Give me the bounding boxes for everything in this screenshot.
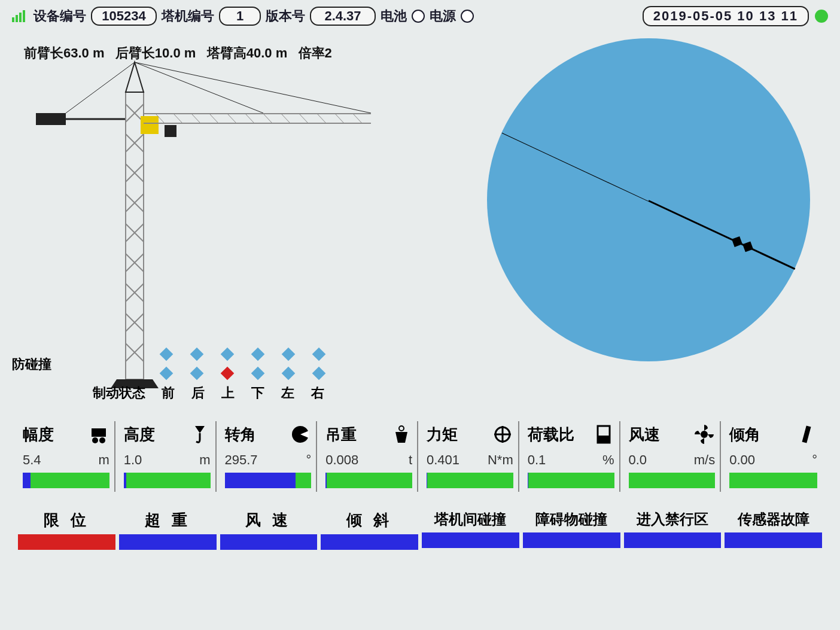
svg-line-5 (135, 62, 263, 113)
brake-led-下-2 (251, 367, 265, 381)
svg-line-19 (335, 114, 344, 123)
metric-unit: m (98, 452, 109, 468)
metric-bar (325, 473, 412, 488)
metric-value: 0.401 (427, 452, 459, 468)
metric-bar (225, 473, 312, 488)
power-label: 电源 (430, 7, 456, 25)
alarms-row: 限 位超 重风 速倾 斜塔机间碰撞障碍物碰撞进入禁行区传感器故障 (0, 492, 840, 550)
alarm-indicator (18, 534, 115, 550)
svg-line-11 (191, 114, 200, 123)
svg-rect-2 (126, 92, 144, 379)
alarm-indicator (725, 532, 822, 548)
svg-line-18 (317, 114, 326, 123)
metric-label: 力矩 (427, 424, 458, 445)
metric-吊重: 吊重0.008t (321, 421, 418, 492)
status-led-icon (815, 10, 828, 23)
moment-icon (492, 424, 513, 445)
crane-id-value: 1 (219, 7, 261, 26)
metric-unit: m/s (694, 452, 715, 468)
brake-led-上-2 (221, 367, 235, 381)
alarm-indicator (119, 534, 217, 550)
metric-value: 1.0 (124, 452, 142, 468)
alarm-label: 倾 斜 (321, 510, 418, 531)
metric-bar (427, 473, 513, 488)
brake-led-左-1 (282, 348, 296, 361)
svg-rect-6 (141, 116, 159, 134)
crane-diagram (36, 56, 383, 391)
metric-label: 幅度 (23, 424, 54, 445)
load-icon (593, 424, 614, 445)
version-value: 2.4.37 (310, 7, 376, 26)
alarm-超重: 超 重 (119, 510, 217, 550)
collision-label: 防碰撞 (12, 355, 51, 373)
alarm-label: 障碍物碰撞 (523, 510, 620, 529)
alarm-label: 传感器故障 (725, 510, 822, 529)
alarm-indicator (624, 532, 722, 548)
svg-rect-22 (92, 428, 106, 437)
metric-unit: ° (306, 452, 311, 468)
svg-line-12 (209, 114, 218, 123)
metric-bar (124, 473, 211, 488)
battery-label: 电池 (381, 7, 407, 25)
metric-label: 高度 (124, 424, 155, 445)
svg-rect-0 (36, 113, 66, 125)
alarm-indicator (422, 532, 519, 548)
metric-label: 吊重 (325, 424, 357, 445)
brake-led-后-1 (190, 348, 204, 361)
brake-dir-label: 右 (311, 384, 324, 402)
metric-value: 295.7 (225, 452, 258, 468)
alarm-indicator (523, 532, 620, 548)
alarm-障碍物碰撞: 障碍物碰撞 (523, 510, 620, 550)
alarm-label: 风 速 (220, 510, 318, 531)
main-area: 前臂长63.0 m 后臂长10.0 m 塔臂高40.0 m 倍率2 (0, 32, 840, 403)
metric-label: 转角 (225, 424, 256, 445)
metric-value: 0.1 (528, 452, 546, 468)
metric-倾角: 倾角0.00° (725, 421, 822, 492)
brake-dir-label: 下 (251, 384, 264, 402)
brake-led-左-2 (282, 367, 296, 381)
metric-value: 0.0 (629, 452, 647, 468)
radar-jib-line (648, 200, 795, 270)
brake-led-后-2 (190, 367, 204, 381)
svg-line-10 (174, 114, 182, 123)
alarm-label: 进入禁行区 (624, 510, 722, 529)
svg-point-24 (99, 437, 105, 443)
svg-line-4 (135, 62, 371, 113)
metric-高度: 高度1.0m (119, 421, 217, 492)
metric-bar (528, 473, 614, 488)
brake-led-上-1 (221, 348, 235, 361)
metric-bar (23, 473, 109, 488)
datetime-value: 2019-05-05 10 13 11 (643, 6, 809, 26)
alarm-倾斜: 倾 斜 (321, 510, 418, 550)
alarm-塔机间碰撞: 塔机间碰撞 (422, 510, 519, 550)
metric-荷载比: 荷载比0.1% (523, 421, 620, 492)
metric-label: 倾角 (729, 424, 760, 445)
brake-led-右-2 (312, 367, 326, 381)
alarm-风速: 风 速 (220, 510, 318, 550)
alarm-label: 塔机间碰撞 (422, 510, 519, 529)
battery-led-icon (412, 10, 425, 23)
radar-display (487, 38, 810, 361)
brake-led-右-1 (312, 348, 326, 361)
brake-led-下-1 (251, 348, 265, 361)
wind-icon (693, 424, 715, 445)
metric-幅度: 幅度5.4m (18, 421, 115, 492)
weight-icon (391, 424, 412, 445)
signal-icon (12, 10, 25, 22)
alarm-限位: 限 位 (18, 510, 115, 550)
metric-力矩: 力矩0.401N*m (422, 421, 519, 492)
trolley-icon (88, 424, 109, 445)
brake-dir-label: 左 (281, 384, 294, 402)
metric-unit: m (199, 452, 210, 468)
svg-rect-34 (802, 425, 811, 443)
brake-dir-label: 后 (191, 384, 205, 402)
header-bar: 设备编号 105234 塔机编号 1 版本号 2.4.37 电池 电源 2019… (0, 0, 840, 32)
power-led-icon (461, 10, 474, 23)
metric-label: 荷载比 (528, 424, 574, 445)
metric-风速: 风速0.0m/s (624, 421, 722, 492)
brake-status-panel: 制动状态 前后上下左右 (162, 349, 324, 402)
metric-转角: 转角295.7° (220, 421, 318, 492)
device-id-label: 设备编号 (34, 7, 86, 25)
brake-dir-label: 前 (162, 384, 175, 402)
crane-id-label: 塔机编号 (162, 7, 214, 25)
